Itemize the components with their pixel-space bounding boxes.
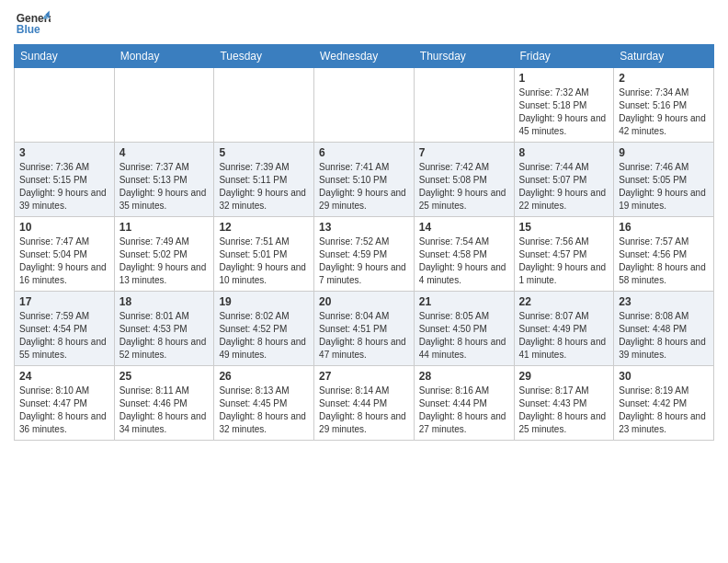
logo: General Blue bbox=[14, 9, 51, 37]
day-cell-28: 28Sunrise: 8:16 AM Sunset: 4:44 PM Dayli… bbox=[414, 366, 514, 441]
day-cell-empty bbox=[414, 68, 514, 143]
day-cell-12: 12Sunrise: 7:51 AM Sunset: 5:01 PM Dayli… bbox=[214, 217, 314, 292]
day-number: 18 bbox=[119, 295, 210, 308]
day-cell-7: 7Sunrise: 7:42 AM Sunset: 5:08 PM Daylig… bbox=[414, 143, 514, 217]
day-number: 11 bbox=[119, 221, 210, 234]
day-number: 14 bbox=[419, 221, 509, 234]
day-cell-18: 18Sunrise: 8:01 AM Sunset: 4:53 PM Dayli… bbox=[114, 292, 214, 366]
day-number: 26 bbox=[219, 370, 309, 383]
day-info: Sunrise: 7:34 AM Sunset: 5:16 PM Dayligh… bbox=[619, 86, 709, 138]
day-number: 25 bbox=[119, 370, 210, 383]
day-number: 9 bbox=[619, 146, 709, 159]
day-cell-23: 23Sunrise: 8:08 AM Sunset: 4:48 PM Dayli… bbox=[614, 292, 714, 366]
day-number: 19 bbox=[219, 295, 309, 308]
day-info: Sunrise: 8:16 AM Sunset: 4:44 PM Dayligh… bbox=[419, 385, 509, 436]
week-row-4: 17Sunrise: 7:59 AM Sunset: 4:54 PM Dayli… bbox=[15, 292, 714, 366]
day-cell-1: 1Sunrise: 7:32 AM Sunset: 5:18 PM Daylig… bbox=[514, 68, 614, 143]
day-cell-19: 19Sunrise: 8:02 AM Sunset: 4:52 PM Dayli… bbox=[214, 292, 314, 366]
week-row-2: 3Sunrise: 7:36 AM Sunset: 5:15 PM Daylig… bbox=[15, 143, 714, 217]
day-number: 29 bbox=[519, 370, 609, 383]
day-header-saturday: Saturday bbox=[614, 45, 714, 68]
header: General Blue bbox=[14, 9, 714, 37]
day-info: Sunrise: 7:52 AM Sunset: 4:59 PM Dayligh… bbox=[319, 236, 409, 287]
day-info: Sunrise: 7:47 AM Sunset: 5:04 PM Dayligh… bbox=[19, 236, 109, 287]
day-info: Sunrise: 8:10 AM Sunset: 4:47 PM Dayligh… bbox=[19, 385, 109, 436]
day-cell-6: 6Sunrise: 7:41 AM Sunset: 5:10 PM Daylig… bbox=[314, 143, 415, 217]
day-info: Sunrise: 7:51 AM Sunset: 5:01 PM Dayligh… bbox=[219, 236, 309, 287]
day-cell-30: 30Sunrise: 8:19 AM Sunset: 4:42 PM Dayli… bbox=[614, 366, 714, 441]
day-info: Sunrise: 8:04 AM Sunset: 4:51 PM Dayligh… bbox=[319, 310, 409, 362]
day-number: 13 bbox=[319, 221, 409, 234]
day-info: Sunrise: 7:54 AM Sunset: 4:58 PM Dayligh… bbox=[419, 236, 509, 287]
day-info: Sunrise: 7:56 AM Sunset: 4:57 PM Dayligh… bbox=[519, 236, 609, 287]
day-number: 30 bbox=[619, 370, 709, 383]
day-header-thursday: Thursday bbox=[414, 45, 514, 68]
day-number: 28 bbox=[419, 370, 509, 383]
day-info: Sunrise: 8:07 AM Sunset: 4:49 PM Dayligh… bbox=[519, 310, 609, 362]
header-row: SundayMondayTuesdayWednesdayThursdayFrid… bbox=[15, 45, 714, 68]
day-cell-9: 9Sunrise: 7:46 AM Sunset: 5:05 PM Daylig… bbox=[614, 143, 714, 217]
day-number: 6 bbox=[319, 146, 409, 159]
day-cell-3: 3Sunrise: 7:36 AM Sunset: 5:15 PM Daylig… bbox=[15, 143, 115, 217]
day-cell-empty bbox=[114, 68, 214, 143]
day-cell-4: 4Sunrise: 7:37 AM Sunset: 5:13 PM Daylig… bbox=[114, 143, 214, 217]
day-cell-26: 26Sunrise: 8:13 AM Sunset: 4:45 PM Dayli… bbox=[214, 366, 314, 441]
day-info: Sunrise: 8:14 AM Sunset: 4:44 PM Dayligh… bbox=[319, 385, 409, 436]
day-info: Sunrise: 7:37 AM Sunset: 5:13 PM Dayligh… bbox=[119, 161, 210, 213]
day-number: 27 bbox=[319, 370, 409, 383]
day-cell-21: 21Sunrise: 8:05 AM Sunset: 4:50 PM Dayli… bbox=[414, 292, 514, 366]
day-cell-empty bbox=[214, 68, 314, 143]
day-number: 21 bbox=[419, 295, 509, 308]
day-cell-2: 2Sunrise: 7:34 AM Sunset: 5:16 PM Daylig… bbox=[614, 68, 714, 143]
day-cell-22: 22Sunrise: 8:07 AM Sunset: 4:49 PM Dayli… bbox=[514, 292, 614, 366]
day-header-sunday: Sunday bbox=[15, 45, 115, 68]
day-cell-14: 14Sunrise: 7:54 AM Sunset: 4:58 PM Dayli… bbox=[414, 217, 514, 292]
day-info: Sunrise: 8:17 AM Sunset: 4:43 PM Dayligh… bbox=[519, 385, 609, 436]
day-info: Sunrise: 7:44 AM Sunset: 5:07 PM Dayligh… bbox=[519, 161, 609, 213]
day-cell-25: 25Sunrise: 8:11 AM Sunset: 4:46 PM Dayli… bbox=[114, 366, 214, 441]
day-number: 3 bbox=[19, 146, 109, 159]
day-number: 7 bbox=[419, 146, 509, 159]
day-info: Sunrise: 7:49 AM Sunset: 5:02 PM Dayligh… bbox=[119, 236, 210, 287]
day-number: 17 bbox=[19, 295, 109, 308]
day-info: Sunrise: 7:39 AM Sunset: 5:11 PM Dayligh… bbox=[219, 161, 309, 213]
day-cell-8: 8Sunrise: 7:44 AM Sunset: 5:07 PM Daylig… bbox=[514, 143, 614, 217]
day-number: 4 bbox=[119, 146, 210, 159]
day-cell-24: 24Sunrise: 8:10 AM Sunset: 4:47 PM Dayli… bbox=[15, 366, 115, 441]
day-number: 12 bbox=[219, 221, 309, 234]
day-info: Sunrise: 7:36 AM Sunset: 5:15 PM Dayligh… bbox=[19, 161, 109, 213]
day-info: Sunrise: 7:42 AM Sunset: 5:08 PM Dayligh… bbox=[419, 161, 509, 213]
day-info: Sunrise: 7:41 AM Sunset: 5:10 PM Dayligh… bbox=[319, 161, 409, 213]
day-info: Sunrise: 7:32 AM Sunset: 5:18 PM Dayligh… bbox=[519, 86, 609, 138]
day-info: Sunrise: 8:11 AM Sunset: 4:46 PM Dayligh… bbox=[119, 385, 210, 436]
day-cell-11: 11Sunrise: 7:49 AM Sunset: 5:02 PM Dayli… bbox=[114, 217, 214, 292]
day-info: Sunrise: 8:05 AM Sunset: 4:50 PM Dayligh… bbox=[419, 310, 509, 362]
day-number: 10 bbox=[19, 221, 109, 234]
day-cell-17: 17Sunrise: 7:59 AM Sunset: 4:54 PM Dayli… bbox=[15, 292, 115, 366]
day-info: Sunrise: 8:08 AM Sunset: 4:48 PM Dayligh… bbox=[619, 310, 709, 362]
day-cell-29: 29Sunrise: 8:17 AM Sunset: 4:43 PM Dayli… bbox=[514, 366, 614, 441]
day-number: 8 bbox=[519, 146, 609, 159]
day-cell-5: 5Sunrise: 7:39 AM Sunset: 5:11 PM Daylig… bbox=[214, 143, 314, 217]
day-number: 1 bbox=[519, 72, 609, 85]
day-cell-16: 16Sunrise: 7:57 AM Sunset: 4:56 PM Dayli… bbox=[614, 217, 714, 292]
day-number: 20 bbox=[319, 295, 409, 308]
day-number: 22 bbox=[519, 295, 609, 308]
day-info: Sunrise: 7:57 AM Sunset: 4:56 PM Dayligh… bbox=[619, 236, 709, 287]
day-number: 23 bbox=[619, 295, 709, 308]
day-info: Sunrise: 8:01 AM Sunset: 4:53 PM Dayligh… bbox=[119, 310, 210, 362]
day-number: 16 bbox=[619, 221, 709, 234]
calendar-table: SundayMondayTuesdayWednesdayThursdayFrid… bbox=[14, 44, 714, 441]
day-header-tuesday: Tuesday bbox=[214, 45, 314, 68]
day-cell-20: 20Sunrise: 8:04 AM Sunset: 4:51 PM Dayli… bbox=[314, 292, 415, 366]
day-number: 2 bbox=[619, 72, 709, 85]
day-cell-27: 27Sunrise: 8:14 AM Sunset: 4:44 PM Dayli… bbox=[314, 366, 415, 441]
day-header-friday: Friday bbox=[514, 45, 614, 68]
day-info: Sunrise: 8:19 AM Sunset: 4:42 PM Dayligh… bbox=[619, 385, 709, 436]
day-cell-15: 15Sunrise: 7:56 AM Sunset: 4:57 PM Dayli… bbox=[514, 217, 614, 292]
day-info: Sunrise: 7:46 AM Sunset: 5:05 PM Dayligh… bbox=[619, 161, 709, 213]
day-header-wednesday: Wednesday bbox=[314, 45, 415, 68]
day-number: 24 bbox=[19, 370, 109, 383]
week-row-1: 1Sunrise: 7:32 AM Sunset: 5:18 PM Daylig… bbox=[15, 68, 714, 143]
day-info: Sunrise: 8:02 AM Sunset: 4:52 PM Dayligh… bbox=[219, 310, 309, 362]
